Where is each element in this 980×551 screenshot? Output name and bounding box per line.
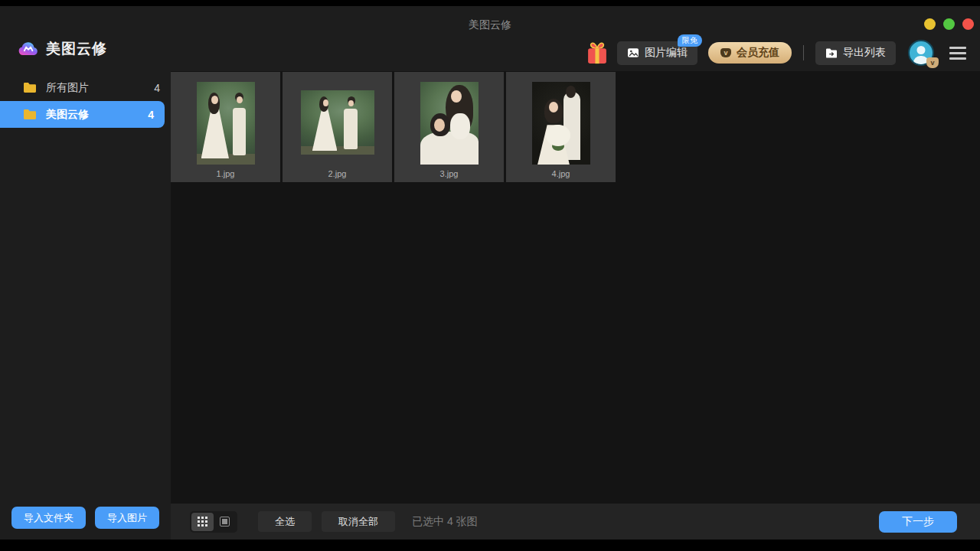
folder-icon bbox=[23, 109, 37, 120]
photo-thumbnail bbox=[301, 90, 374, 155]
vip-crown-icon: v bbox=[720, 48, 731, 57]
window-controls bbox=[924, 18, 974, 30]
selection-status: 已选中 4 张图 bbox=[412, 515, 478, 529]
sidebar-item-all-images[interactable]: 所有图片 4 bbox=[0, 74, 171, 101]
app-logo-icon bbox=[18, 38, 39, 59]
limited-free-badge: 限免 bbox=[678, 34, 702, 47]
view-toggle bbox=[190, 511, 237, 533]
single-view-icon bbox=[220, 517, 230, 527]
folder-name: 美图云修 bbox=[46, 108, 89, 122]
folder-name: 所有图片 bbox=[46, 81, 89, 95]
selection-toolbar: 全选 取消全部 已选中 4 张图 下一步 bbox=[171, 504, 980, 540]
minimize-light[interactable] bbox=[924, 18, 936, 30]
photo-filename: 4.jpg bbox=[506, 169, 616, 178]
vip-recharge-label: 会员充值 bbox=[737, 46, 779, 60]
photo-thumbnail bbox=[532, 82, 590, 165]
next-step-button[interactable]: 下一步 bbox=[879, 511, 957, 533]
photo-grid: 1.jpg 2.jpg bbox=[171, 72, 616, 182]
avatar-vip-badge: v bbox=[926, 57, 939, 68]
gallery-item[interactable]: 4.jpg bbox=[506, 72, 616, 182]
close-light[interactable] bbox=[962, 18, 974, 30]
image-edit-label: 图片编辑 bbox=[645, 46, 688, 60]
single-view-button[interactable] bbox=[214, 513, 236, 531]
gift-icon[interactable] bbox=[586, 41, 608, 65]
image-edit-icon bbox=[627, 47, 639, 59]
import-buttons: 导入文件夹 导入图片 bbox=[0, 507, 171, 529]
user-avatar[interactable]: v bbox=[908, 40, 934, 66]
window-title: 美图云修 bbox=[0, 18, 980, 32]
vip-recharge-button[interactable]: v 会员充值 bbox=[708, 42, 792, 64]
select-all-button[interactable]: 全选 bbox=[258, 511, 312, 532]
import-image-button[interactable]: 导入图片 bbox=[95, 507, 159, 529]
header-divider bbox=[803, 45, 804, 60]
photo-filename: 3.jpg bbox=[394, 169, 504, 178]
gallery-item[interactable]: 2.jpg bbox=[283, 72, 392, 182]
photo-filename: 2.jpg bbox=[283, 169, 392, 178]
gallery-item[interactable]: 3.jpg bbox=[394, 72, 504, 182]
photo-thumbnail bbox=[197, 82, 255, 165]
main-content: 1.jpg 2.jpg bbox=[171, 71, 980, 540]
header-actions: 图片编辑 限免 v 会员充值 导出列表 v bbox=[586, 35, 966, 70]
sidebar-item-meitu-cloud[interactable]: 美图云修 4 bbox=[0, 101, 165, 128]
folder-count: 4 bbox=[154, 82, 160, 94]
photo-thumbnail bbox=[420, 82, 479, 165]
menu-button[interactable] bbox=[949, 47, 966, 60]
app-window: 美图云修 美图云修 bbox=[0, 6, 980, 533]
image-edit-button[interactable]: 图片编辑 限免 bbox=[617, 41, 697, 65]
import-folder-button[interactable]: 导入文件夹 bbox=[11, 507, 86, 529]
sidebar: 所有图片 4 美图云修 4 导入文件夹 导入图片 bbox=[0, 71, 171, 540]
export-folder-icon bbox=[825, 47, 838, 59]
export-list-button[interactable]: 导出列表 bbox=[815, 41, 896, 65]
folder-count: 4 bbox=[148, 109, 154, 121]
zoom-light[interactable] bbox=[943, 18, 955, 30]
export-list-label: 导出列表 bbox=[843, 46, 886, 60]
deselect-all-button[interactable]: 取消全部 bbox=[322, 511, 395, 532]
grid-view-button[interactable] bbox=[191, 513, 214, 531]
gallery-item[interactable]: 1.jpg bbox=[171, 72, 280, 182]
brand: 美图云修 bbox=[18, 38, 107, 59]
photo-filename: 1.jpg bbox=[171, 169, 280, 178]
grid-view-icon bbox=[198, 517, 207, 527]
folder-icon bbox=[23, 82, 37, 93]
screen: 美图云修 美图云修 bbox=[0, 0, 980, 551]
brand-name: 美图云修 bbox=[46, 39, 107, 59]
